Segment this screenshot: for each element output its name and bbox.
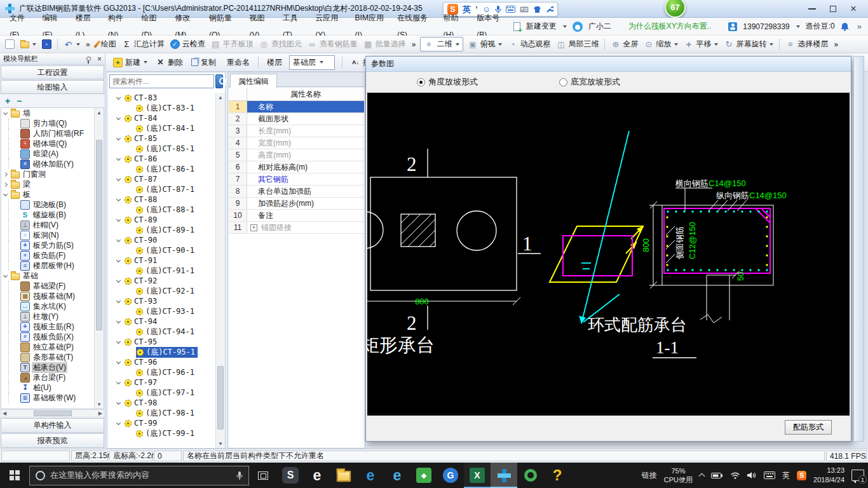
sidebar-item-板受力筋(S)[interactable]: +板受力筋(S) [1, 240, 104, 250]
sidebar-item-现浇板(B)[interactable]: 现浇板(B) [1, 200, 104, 210]
list-item-(底)CT-95-1[interactable]: (底)CT-95-1 [108, 347, 215, 357]
sidebar-item-人防门框墙(RF[interactable]: 人防门框墙(RF [1, 128, 104, 139]
sidebar-item-板负筋(F)[interactable]: #板负筋(F) [1, 250, 104, 261]
property-row-承台单边加强筋[interactable]: 8承台单边加强筋 [229, 186, 364, 198]
sidebar-item-暗梁(A)[interactable]: 暗梁(A) [1, 149, 104, 159]
property-row-锚固搭接[interactable]: 11+锚固搭接 [229, 222, 364, 234]
sidebar-item-承台梁(F)[interactable]: ◢承台梁(F) [1, 372, 104, 383]
taskbar-clock[interactable]: 13:232018/4/24 [813, 466, 844, 485]
drawing-window-scrollbar[interactable] [853, 56, 864, 442]
cost-beans-label[interactable]: 造价豆:0 [806, 21, 835, 32]
tray-language-indicator[interactable]: 英 [782, 470, 790, 481]
局部三维-button[interactable]: ◫局部三维 [553, 37, 601, 51]
list-item-CT-95[interactable]: CT-95 [108, 337, 215, 347]
楼层-button[interactable]: 楼层 [264, 56, 285, 69]
taskbar-search-box[interactable]: 在这里输入你要搜索的内容 [29, 466, 249, 485]
list-item-(底)CT-93-1[interactable]: (底)CT-93-1 [108, 306, 215, 316]
chevron-up-icon[interactable] [699, 473, 705, 480]
close-button[interactable]: × [850, 5, 857, 13]
list-item-(底)CT-88-1[interactable]: (底)CT-88-1 [108, 205, 215, 215]
list-item-CT-86[interactable]: CT-86 [108, 154, 215, 164]
tool-button[interactable] [18, 39, 39, 50]
复制-button[interactable]: 复制 [189, 56, 219, 69]
task-view-button[interactable] [249, 463, 277, 488]
floor-select[interactable]: 基础层 [289, 55, 335, 70]
list-item-CT-84[interactable]: CT-84 [108, 113, 215, 123]
屏幕旋转-button[interactable]: ↻屏幕旋转 [721, 37, 776, 51]
restore-button[interactable] [830, 6, 836, 12]
toolbar-overflow-icon[interactable]: » [83, 40, 93, 49]
start-button[interactable] [0, 463, 29, 488]
menu-overflow-icon[interactable]: » [855, 22, 864, 31]
list-item-(底)CT-91-1[interactable]: (底)CT-91-1 [108, 266, 215, 276]
sidebar-item-筏板基础(M)[interactable]: ▦筏板基础(M) [1, 291, 104, 301]
sidebar-item-柱帽(V)[interactable]: ⊥柱帽(V) [1, 220, 104, 230]
assistant-button[interactable]: 广小二 [588, 21, 611, 32]
account-caret-icon[interactable] [796, 25, 800, 28]
property-row-宽度(mm)[interactable]: 4宽度(mm) [229, 137, 364, 149]
list-item-CT-96[interactable]: CT-96 [108, 357, 215, 367]
property-row-长度(mm)[interactable]: 3长度(mm) [229, 125, 364, 137]
minimize-button[interactable] [808, 8, 816, 10]
skin-icon[interactable] [533, 6, 541, 13]
new-change-caret-icon[interactable] [563, 25, 567, 28]
list-item-(底)CT-94-1[interactable]: (底)CT-94-1 [108, 327, 215, 337]
list-vertical-scrollbar[interactable]: ▲ ▼ [215, 93, 225, 448]
list-item-CT-92[interactable]: CT-92 [108, 276, 215, 286]
taskbar-app-sogou-browser-icon[interactable]: S [277, 463, 304, 488]
sidebar-item-砌体加筋(Y)[interactable]: #砌体加筋(Y) [1, 159, 104, 169]
sidebar-item-条形基础(T)[interactable]: 条形基础(T) [1, 352, 104, 362]
汇总计算-button[interactable]: Σ汇总计算 [119, 37, 167, 51]
taskbar-app-excel-icon[interactable]: X [464, 463, 491, 488]
taskbar-app-360-browser-icon[interactable] [517, 463, 544, 488]
list-item-(底)CT-92-1[interactable]: (底)CT-92-1 [108, 286, 215, 296]
property-row-名称[interactable]: 1名称 [229, 101, 364, 113]
俯视-button[interactable]: ▣俯视 [465, 37, 505, 51]
list-item-CT-99[interactable]: CT-99 [108, 418, 215, 428]
list-item-(底)CT-89-1[interactable]: (底)CT-89-1 [108, 225, 215, 235]
search-mic-icon[interactable] [236, 471, 243, 480]
expand-all-icon[interactable]: + [5, 96, 10, 106]
property-row-相对底标高(m)[interactable]: 6相对底标高(m) [229, 161, 364, 173]
tool-button[interactable]: ↶ [61, 38, 83, 50]
rebar-style-button[interactable]: 配筋形式 [785, 420, 832, 435]
重命名-button[interactable]: 重命名 [222, 56, 252, 69]
sidebar-item-板[interactable]: 板 [1, 189, 104, 200]
sidebar-item-楼层板带(H)[interactable]: ≡楼层板带(H) [1, 261, 104, 271]
缩放-button[interactable]: ⊙缩放 [641, 37, 681, 51]
list-item-CT-93[interactable]: CT-93 [108, 296, 215, 306]
list-item-(底)CT-90-1[interactable]: (底)CT-90-1 [108, 245, 215, 255]
taskbar-app-green-app-icon[interactable]: ◆ [410, 463, 437, 488]
taskbar-app-edge-icon[interactable]: e [357, 463, 384, 488]
project-settings-button[interactable]: 工程设置 [1, 65, 104, 79]
radio-角度放坡形式[interactable]: 角度放坡形式 [417, 76, 478, 88]
sidebar-item-独立基础(P)[interactable]: 独立基础(P) [1, 342, 104, 352]
list-item-CT-94[interactable]: CT-94 [108, 316, 215, 327]
notification-icon[interactable]: 1 [851, 470, 864, 481]
wifi-icon[interactable] [730, 471, 740, 479]
list-item-CT-85[interactable]: CT-85 [108, 133, 215, 144]
taskbar-app-ie-icon[interactable]: e [384, 463, 410, 488]
wrench-icon[interactable] [546, 6, 553, 13]
radio-底宽放坡形式[interactable]: 底宽放坡形式 [559, 76, 620, 88]
toolbar-overflow-icon[interactable]: » [831, 40, 841, 49]
sogou-tray-icon[interactable]: S [797, 471, 806, 480]
list-item-(底)CT-85-1[interactable]: (底)CT-85-1 [108, 144, 215, 154]
search-icon[interactable] [215, 74, 223, 88]
new-change-button[interactable]: 新建变更 [526, 21, 557, 32]
list-item-(底)CT-84-1[interactable]: (底)CT-84-1 [108, 123, 215, 133]
二维-button[interactable]: ■二维 [420, 37, 463, 51]
tool-button[interactable]: ▪ [39, 38, 54, 50]
list-item-(底)CT-98-1[interactable]: (底)CT-98-1 [108, 408, 215, 418]
list-item-CT-83[interactable]: CT-83 [108, 93, 215, 103]
list-item-CT-87[interactable]: CT-87 [108, 174, 215, 184]
删除-button[interactable]: ×删除 [153, 56, 186, 69]
list-item-CT-88[interactable]: CT-88 [108, 194, 215, 205]
sidebar-item-桩(U)[interactable]: ↧桩(U) [1, 383, 104, 393]
battery-icon[interactable] [711, 472, 723, 479]
property-row-加强筋起步(mm)[interactable]: 9加强筋起步(mm) [229, 198, 364, 210]
id-card-icon[interactable] [520, 6, 529, 13]
sidebar-item-桩承台(V)[interactable]: T桩承台(V) [1, 362, 104, 372]
sidebar-item-墙[interactable]: 墙 [1, 108, 104, 118]
选择楼层-button[interactable]: ≡选择楼层 [783, 37, 831, 51]
